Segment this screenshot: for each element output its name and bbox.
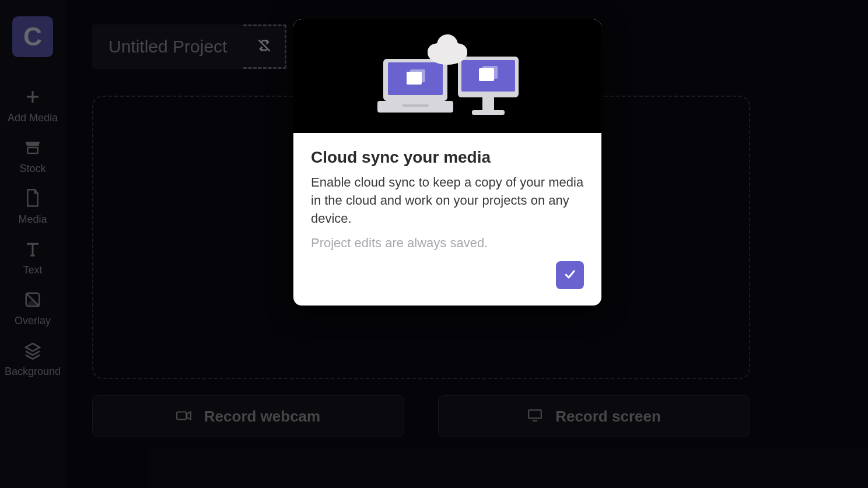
popover-confirm-button[interactable] — [556, 261, 584, 289]
svg-point-30 — [451, 44, 467, 60]
check-icon — [563, 267, 577, 283]
svg-rect-19 — [410, 69, 425, 82]
popover-description: Enable cloud sync to keep a copy of your… — [311, 174, 584, 227]
popover-title: Cloud sync your media — [311, 148, 584, 167]
popover-illustration — [293, 19, 601, 133]
svg-rect-26 — [482, 66, 498, 79]
svg-point-29 — [428, 44, 444, 60]
cloud-sync-popover: Cloud sync your media Enable cloud sync … — [293, 19, 601, 306]
svg-rect-23 — [472, 110, 505, 115]
popover-note: Project edits are always saved. — [311, 236, 584, 251]
svg-rect-16 — [402, 104, 429, 107]
svg-rect-22 — [482, 97, 494, 110]
